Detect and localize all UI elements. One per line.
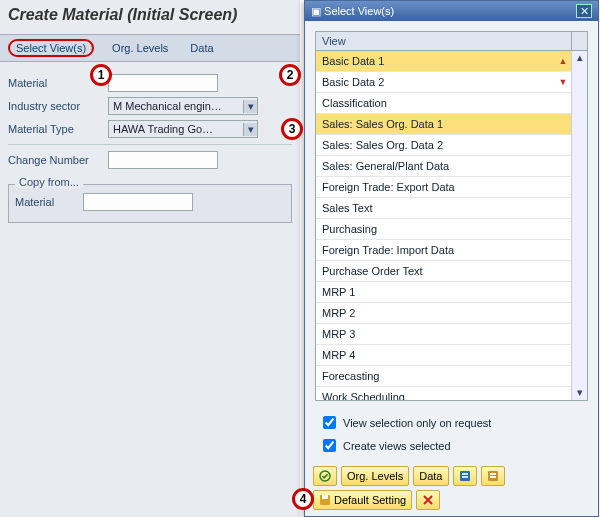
copy-material-label: Material (15, 196, 83, 208)
view-row[interactable]: Purchasing (316, 219, 571, 240)
material-type-select[interactable]: HAWA Trading Go… ▾ (108, 120, 258, 138)
org-levels-button[interactable]: Org. Levels (341, 466, 409, 486)
cancel-icon (422, 494, 434, 506)
chk1-label: View selection only on request (343, 417, 491, 429)
view-row-label: Sales: Sales Org. Data 2 (316, 139, 555, 151)
change-number-input[interactable] (108, 151, 218, 169)
view-row-label: Purchase Order Text (316, 265, 555, 277)
change-number-label: Change Number (8, 154, 108, 166)
tab-row: Select View(s) Org. Levels Data (0, 34, 300, 62)
chevron-down-icon: ▾ (243, 123, 257, 136)
callout-1: 1 (90, 64, 112, 86)
create-views-selected-checkbox[interactable] (323, 439, 336, 452)
chevron-down-icon: ▾ (243, 100, 257, 113)
form-area: Material Industry sector M Mechanical en… (0, 62, 300, 178)
view-row-label: Basic Data 1 (316, 55, 555, 67)
industry-sector-label: Industry sector (8, 100, 108, 112)
view-row[interactable]: MRP 2 (316, 303, 571, 324)
view-row-label: MRP 1 (316, 286, 555, 298)
industry-sector-value: M Mechanical engin… (109, 100, 243, 112)
select-all-icon (459, 470, 471, 482)
save-icon (319, 494, 331, 506)
view-row[interactable]: Foreign Trade: Export Data (316, 177, 571, 198)
copy-from-title: Copy from... (15, 176, 83, 188)
tab-org-levels[interactable]: Org. Levels (108, 40, 172, 56)
cancel-button[interactable] (416, 490, 440, 510)
view-row[interactable]: Sales: Sales Org. Data 1 (316, 114, 571, 135)
list-header: View (316, 32, 587, 51)
view-selection-on-request-checkbox[interactable] (323, 416, 336, 429)
view-row[interactable]: Foreign Trade: Import Data (316, 240, 571, 261)
main-screen: Create Material (Initial Screen) Select … (0, 0, 300, 517)
callout-4: 4 (292, 488, 314, 510)
view-row-label: Purchasing (316, 223, 555, 235)
view-row-label: Foreign Trade: Import Data (316, 244, 555, 256)
view-row-label: Foreign Trade: Export Data (316, 181, 555, 193)
dialog-titlebar: ▣ Select View(s) ✕ (305, 1, 598, 21)
dialog-button-bar: Org. Levels Data Default Setting (305, 461, 598, 516)
close-icon[interactable]: ✕ (576, 4, 592, 18)
tab-select-views[interactable]: Select View(s) (8, 39, 94, 57)
view-row-label: Work Scheduling (316, 391, 555, 400)
column-selection (571, 32, 587, 50)
view-row-label: Classification (316, 97, 555, 109)
deselect-all-icon (487, 470, 499, 482)
column-view: View (316, 32, 571, 50)
svg-rect-6 (490, 476, 496, 478)
row-marker: ▲ (555, 56, 571, 66)
material-type-value: HAWA Trading Go… (109, 123, 243, 135)
page-title: Create Material (Initial Screen) (0, 0, 300, 34)
svg-rect-2 (462, 473, 468, 475)
view-row-label: MRP 2 (316, 307, 555, 319)
scrollbar[interactable]: ▴ ▾ (571, 51, 587, 400)
view-row[interactable]: Work Scheduling (316, 387, 571, 400)
view-row-label: Forecasting (316, 370, 555, 382)
view-row-label: Sales Text (316, 202, 555, 214)
view-row-label: Sales: Sales Org. Data 1 (316, 118, 555, 130)
material-input[interactable] (108, 74, 218, 92)
list-rows: Basic Data 1▲Basic Data 2▼Classification… (316, 51, 571, 400)
view-row[interactable]: Sales: Sales Org. Data 2 (316, 135, 571, 156)
view-row[interactable]: Sales Text (316, 198, 571, 219)
copy-from-group: Copy from... Material (8, 184, 292, 223)
callout-2: 2 (279, 64, 301, 86)
tab-data[interactable]: Data (186, 40, 217, 56)
material-type-label: Material Type (8, 123, 108, 135)
view-row[interactable]: Purchase Order Text (316, 261, 571, 282)
industry-sector-select[interactable]: M Mechanical engin… ▾ (108, 97, 258, 115)
view-row-label: MRP 3 (316, 328, 555, 340)
select-all-button[interactable] (453, 466, 477, 486)
scroll-up-icon[interactable]: ▴ (577, 51, 583, 65)
check-icon (319, 470, 331, 482)
callout-3: 3 (281, 118, 303, 140)
window-icon: ▣ (311, 5, 321, 18)
view-row[interactable]: MRP 3 (316, 324, 571, 345)
view-row[interactable]: MRP 1 (316, 282, 571, 303)
chk2-label: Create views selected (343, 440, 451, 452)
view-row-label: Basic Data 2 (316, 76, 555, 88)
view-row-label: Sales: General/Plant Data (316, 160, 555, 172)
default-setting-button[interactable]: Default Setting (313, 490, 412, 510)
svg-rect-5 (490, 473, 496, 475)
view-row[interactable]: MRP 4 (316, 345, 571, 366)
row-marker: ▼ (555, 77, 571, 87)
view-row[interactable]: Classification (316, 93, 571, 114)
data-button[interactable]: Data (413, 466, 448, 486)
view-list: View Basic Data 1▲Basic Data 2▼Classific… (315, 31, 588, 401)
view-row[interactable]: Sales: General/Plant Data (316, 156, 571, 177)
svg-rect-3 (462, 476, 468, 478)
scroll-down-icon[interactable]: ▾ (577, 386, 583, 400)
deselect-all-button[interactable] (481, 466, 505, 486)
copy-material-input[interactable] (83, 193, 193, 211)
view-row[interactable]: Basic Data 2▼ (316, 72, 571, 93)
select-views-dialog: ▣ Select View(s) ✕ View Basic Data 1▲Bas… (304, 0, 599, 517)
view-row[interactable]: Basic Data 1▲ (316, 51, 571, 72)
view-row-label: MRP 4 (316, 349, 555, 361)
dialog-title: Select View(s) (324, 5, 576, 17)
continue-button[interactable] (313, 466, 337, 486)
svg-rect-8 (322, 495, 328, 499)
view-row[interactable]: Forecasting (316, 366, 571, 387)
